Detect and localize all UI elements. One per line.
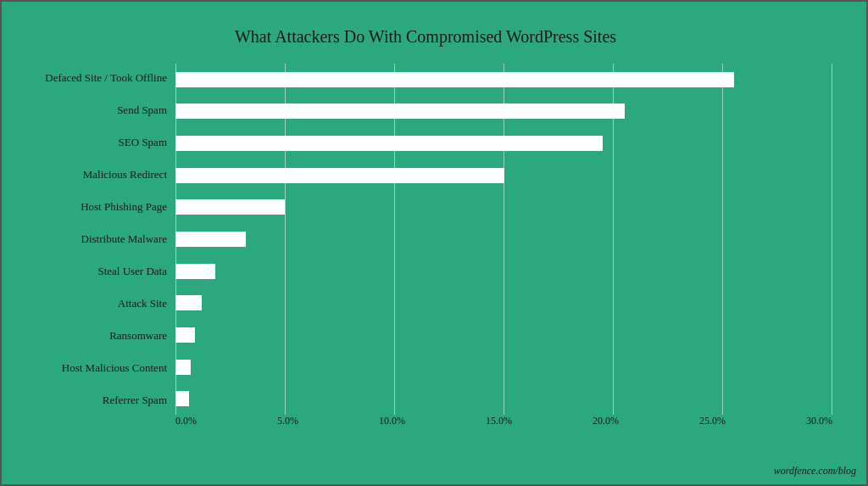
bar: [175, 232, 246, 247]
bar: [175, 72, 734, 87]
bar-row: [175, 383, 832, 415]
bar-row: [175, 159, 832, 192]
bar: [175, 295, 202, 310]
bar-row: [175, 255, 832, 288]
bar-row: [175, 127, 832, 159]
y-labels: Defaced Site / Took OfflineSend SpamSEO …: [19, 64, 175, 433]
bar-row: [175, 96, 832, 128]
bar: [175, 391, 189, 406]
bar-row: [175, 192, 832, 224]
attribution: wordfence.com/blog: [774, 465, 856, 478]
bar: [175, 264, 215, 279]
y-label: Defaced Site / Took Offline: [19, 64, 167, 92]
y-label: Host Phishing Page: [19, 193, 167, 221]
bars-rows: [175, 64, 832, 433]
y-label: Malicious Redirect: [19, 160, 167, 189]
bar-row: [175, 319, 832, 351]
bars-area: 0.0%5.0%10.0%15.0%20.0%25.0%30.0%: [175, 64, 832, 433]
y-label: Distribute Malware: [19, 225, 167, 254]
y-label: SEO Spam: [19, 128, 167, 157]
bar: [175, 168, 504, 183]
bar: [175, 199, 285, 215]
y-label: Referrer Spam: [19, 386, 167, 415]
y-label: Ransomware: [19, 321, 167, 350]
bar-row: [175, 351, 832, 383]
bar-row: [175, 287, 832, 319]
chart-title: What Attackers Do With Compromised WordP…: [19, 27, 832, 47]
y-label: Host Malicious Content: [19, 354, 167, 383]
bar-row: [175, 223, 832, 255]
chart-container: What Attackers Do With Compromised WordP…: [0, 0, 868, 486]
y-label: Steal User Data: [19, 257, 167, 286]
bar: [175, 103, 625, 119]
bar: [175, 360, 191, 375]
bar-row: [175, 64, 832, 96]
y-label: Send Spam: [19, 96, 167, 125]
chart-body: Defaced Site / Took OfflineSend SpamSEO …: [19, 64, 832, 433]
y-label: Attack Site: [19, 289, 167, 318]
bar: [175, 327, 195, 343]
bar: [175, 136, 603, 151]
